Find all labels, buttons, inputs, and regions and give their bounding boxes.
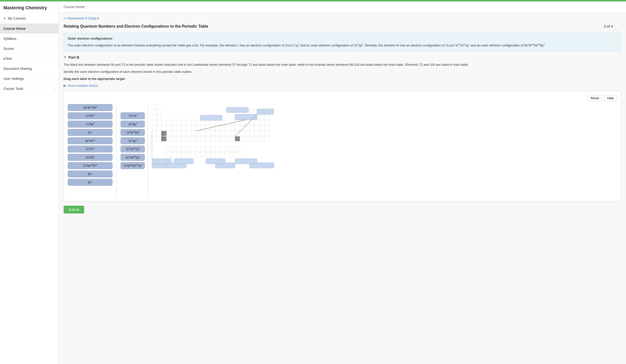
svg-rect-109 <box>245 136 250 141</box>
svg-rect-17 <box>264 115 269 120</box>
svg-rect-146 <box>257 109 274 114</box>
label-chip[interactable]: 7s25f146d2 <box>120 129 145 136</box>
svg-rect-28 <box>201 120 206 125</box>
label-chip[interactable]: 7s26d2 <box>68 121 113 128</box>
sidebar-item-my-courses[interactable]: ● My Courses <box>0 13 58 24</box>
svg-rect-65 <box>264 126 269 131</box>
svg-rect-98 <box>191 136 196 141</box>
svg-rect-110 <box>250 136 255 141</box>
periodic-table-svg <box>152 104 274 197</box>
svg-rect-92 <box>162 136 166 141</box>
svg-rect-11 <box>157 115 162 120</box>
svg-rect-81 <box>225 131 230 136</box>
info-box-title: Outer electron configurations <box>68 36 617 41</box>
sidebar-item-label: Course Tools <box>3 87 23 91</box>
hint-triangle-icon: ▶ <box>64 84 66 87</box>
svg-rect-44 <box>162 126 166 131</box>
svg-rect-88 <box>259 131 264 136</box>
svg-rect-30 <box>211 120 215 125</box>
svg-rect-29 <box>206 120 211 125</box>
label-chip[interactable]: 5s1 <box>68 129 113 136</box>
svg-rect-53 <box>206 126 211 131</box>
svg-rect-97 <box>186 136 191 141</box>
svg-rect-79 <box>215 131 220 136</box>
svg-rect-74 <box>191 131 196 136</box>
label-chip[interactable]: 7s27f14 <box>68 146 113 152</box>
label-chip[interactable]: 5s24d10 <box>68 137 113 144</box>
sidebar-item-course-home[interactable]: Course Home <box>0 24 58 34</box>
svg-rect-21 <box>166 120 171 125</box>
svg-rect-75 <box>196 131 201 136</box>
svg-rect-143 <box>235 152 240 157</box>
svg-rect-102 <box>211 136 215 141</box>
breadcrumb: Course Home <box>64 5 85 9</box>
svg-rect-27 <box>196 120 201 125</box>
svg-rect-57 <box>225 126 230 131</box>
sidebar-item-label: My Courses <box>8 16 26 20</box>
sidebar-item-course-tools[interactable]: Course Tools › <box>0 84 58 94</box>
svg-rect-94 <box>171 136 176 141</box>
svg-rect-103 <box>215 136 220 141</box>
svg-rect-106 <box>230 136 235 141</box>
svg-rect-108 <box>240 136 245 141</box>
svg-rect-48 <box>181 126 186 131</box>
label-chip[interactable]: 5s23f144d8 <box>68 104 113 111</box>
svg-rect-130 <box>171 152 176 157</box>
label-chip[interactable]: 7s25f14 <box>68 112 113 119</box>
svg-rect-1 <box>264 104 269 109</box>
next-page-button[interactable]: › <box>615 23 621 30</box>
svg-rect-10 <box>152 115 157 120</box>
svg-rect-114 <box>166 147 171 152</box>
hint-link[interactable]: ▶ View Available Hint(s) <box>64 84 621 87</box>
svg-rect-70 <box>171 131 176 136</box>
sidebar-item-user-settings[interactable]: User Settings <box>0 74 58 84</box>
svg-rect-101 <box>206 136 211 141</box>
label-chip[interactable]: 7s27d107p4 <box>120 146 145 152</box>
sidebar-item-etext[interactable]: eText <box>0 54 58 64</box>
drag-drop-container: 5s23f144d8 7s25f14 7s26d2 5s1 5s24d10 7s… <box>68 104 617 198</box>
svg-rect-116 <box>176 147 181 152</box>
svg-rect-31 <box>215 120 220 125</box>
svg-rect-124 <box>215 147 220 152</box>
svg-rect-60 <box>240 126 245 131</box>
svg-rect-77 <box>206 131 211 136</box>
help-button[interactable]: Help <box>604 95 617 101</box>
periodic-panel <box>152 104 617 198</box>
label-chip[interactable]: 5s25d3 <box>68 154 113 161</box>
part-b-desc2: Identify the outer electron configuratio… <box>64 69 621 74</box>
label-chip[interactable]: 5s24d105p6 <box>120 154 145 161</box>
prev-page-button[interactable]: ‹ <box>595 23 602 30</box>
sidebar-item-document-sharing[interactable]: Document Sharing <box>0 64 58 74</box>
svg-rect-118 <box>186 147 191 152</box>
svg-rect-120 <box>196 147 201 152</box>
label-chip[interactable]: 7s26d105f14 <box>68 162 113 169</box>
svg-rect-89 <box>264 131 269 136</box>
label-chip[interactable]: 7s27d2 <box>120 112 145 119</box>
svg-rect-69 <box>166 131 171 136</box>
reset-button[interactable]: Reset <box>587 95 602 101</box>
chevron-right-icon: › <box>54 87 55 91</box>
interactive-area: Reset Help 5s23f144d8 7s25f14 7s26d2 5s1… <box>64 91 621 202</box>
svg-rect-85 <box>245 131 250 136</box>
info-box: Outer electron configurations The outer … <box>64 33 621 51</box>
svg-rect-22 <box>171 120 176 125</box>
part-b-header[interactable]: ▼ Part B <box>64 55 621 59</box>
label-chip[interactable]: 7s25f146d107p4 <box>120 162 145 169</box>
label-chip[interactable]: 6s2 <box>68 170 113 177</box>
svg-rect-99 <box>196 136 201 141</box>
label-chip[interactable]: 3s23p2 <box>120 121 145 128</box>
svg-rect-141 <box>225 152 230 157</box>
label-chip[interactable]: 6s1 <box>68 179 113 186</box>
submit-button[interactable]: Submit <box>64 206 84 214</box>
label-chip[interactable]: 3s22p2 <box>120 137 145 144</box>
interactive-toolbar: Reset Help <box>68 95 617 101</box>
svg-rect-119 <box>191 147 196 152</box>
svg-rect-66 <box>152 131 157 136</box>
main-content: Course Home ‹ < Homework 8 Chap 8 Relati… <box>59 1 626 364</box>
svg-rect-140 <box>220 152 225 157</box>
sidebar-item-scores[interactable]: Scores <box>0 44 58 54</box>
sidebar-item-syllabus[interactable]: Syllabus <box>0 34 58 44</box>
back-link[interactable]: ‹ < Homework 8 Chap 8 <box>64 16 621 20</box>
svg-rect-43 <box>157 126 162 131</box>
page-indicator: 3 of 4 <box>604 24 613 28</box>
